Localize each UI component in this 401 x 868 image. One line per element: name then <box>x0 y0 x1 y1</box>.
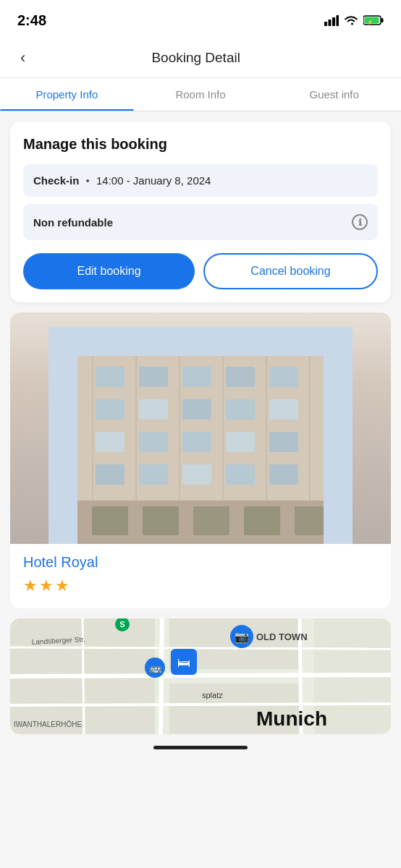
wifi-icon <box>343 14 359 26</box>
svg-rect-1 <box>329 20 332 26</box>
info-icon[interactable]: ℹ <box>352 214 368 230</box>
star-2: ★ <box>39 576 54 595</box>
svg-rect-39 <box>193 506 229 535</box>
hotel-image <box>10 312 391 544</box>
battery-icon: ⚡ <box>363 14 384 26</box>
camera-map-pin: 📷 <box>230 625 253 648</box>
signal-icon <box>324 14 339 26</box>
svg-rect-32 <box>139 464 168 485</box>
status-time: 2:48 <box>17 12 46 29</box>
svg-rect-25 <box>269 399 298 420</box>
main-content: Manage this booking Check-in • 14:00 - J… <box>0 111 401 608</box>
svg-rect-38 <box>143 506 179 535</box>
svg-rect-40 <box>244 506 280 535</box>
svg-rect-2 <box>332 17 335 26</box>
svg-rect-22 <box>139 399 168 420</box>
status-bar: 2:48 ⚡ <box>0 0 401 38</box>
status-icons: ⚡ <box>324 14 384 26</box>
back-button[interactable]: ‹ <box>14 46 31 70</box>
svg-text:S: S <box>119 620 124 629</box>
checkin-info-row: Check-in • 14:00 - January 8, 2024 <box>23 164 378 197</box>
svg-rect-3 <box>337 15 339 26</box>
checkin-time: 14:00 - January 8, 2024 <box>96 174 211 187</box>
hotel-info-section: Hotel Royal ★ ★ ★ <box>10 544 391 608</box>
metro-map-pin: 🚌 <box>145 658 165 678</box>
svg-text:⚡: ⚡ <box>367 19 373 25</box>
svg-text:OLD TOWN: OLD TOWN <box>256 631 308 642</box>
svg-rect-0 <box>324 22 327 26</box>
svg-rect-20 <box>269 367 298 387</box>
svg-rect-27 <box>139 432 168 452</box>
svg-text:📷: 📷 <box>235 630 249 644</box>
svg-line-48 <box>10 675 391 676</box>
svg-rect-28 <box>182 432 211 452</box>
tab-guest-info[interactable]: Guest info <box>267 78 401 111</box>
svg-line-49 <box>10 704 391 705</box>
svg-rect-26 <box>96 432 124 452</box>
star-3: ★ <box>55 576 69 595</box>
hotel-map-pin: 🛏 <box>171 649 197 675</box>
svg-line-51 <box>161 618 162 734</box>
svg-rect-19 <box>226 367 255 387</box>
refund-row: Non refundable ℹ <box>23 204 378 240</box>
svg-rect-16 <box>96 367 124 387</box>
hotel-stars: ★ ★ ★ <box>23 576 378 595</box>
svg-text:Munich: Munich <box>256 707 327 730</box>
cancel-booking-button[interactable]: Cancel booking <box>203 253 378 289</box>
page-title: Booking Detail <box>31 50 360 66</box>
checkin-separator: • <box>86 174 90 187</box>
map-background: Landsberger Str. OLD TOWN Munich IWANTHA… <box>10 618 391 734</box>
tabs-container: Property Info Room Info Guest info <box>0 78 401 111</box>
home-bar <box>153 746 248 749</box>
svg-text:🛏: 🛏 <box>177 655 190 670</box>
hotel-building-illustration <box>48 327 353 544</box>
svg-rect-17 <box>139 367 168 387</box>
svg-rect-33 <box>182 464 211 485</box>
manage-booking-card: Manage this booking Check-in • 14:00 - J… <box>10 122 391 302</box>
svg-rect-34 <box>226 464 255 485</box>
svg-text:IWANTHALERHÖHE: IWANTHALERHÖHE <box>14 720 82 728</box>
star-1: ★ <box>23 576 38 595</box>
edit-booking-button[interactable]: Edit booking <box>23 253 195 289</box>
svg-rect-31 <box>96 464 124 485</box>
svg-rect-5 <box>381 18 384 22</box>
home-indicator <box>0 734 401 757</box>
checkin-label: Check-in <box>33 174 79 187</box>
hotel-image-container: Hotel Royal ★ ★ ★ <box>10 312 391 608</box>
tab-property-info[interactable]: Property Info <box>0 78 134 111</box>
svg-rect-29 <box>226 432 255 452</box>
svg-rect-23 <box>182 399 211 420</box>
svg-rect-41 <box>295 506 324 535</box>
tab-room-info[interactable]: Room Info <box>134 78 268 111</box>
svg-rect-21 <box>96 399 124 420</box>
hotel-name: Hotel Royal <box>23 554 378 571</box>
refund-label: Non refundable <box>33 216 113 229</box>
svg-text:splatz: splatz <box>202 691 223 699</box>
svg-line-50 <box>10 647 391 649</box>
svg-rect-18 <box>182 367 211 387</box>
nav-header: ‹ Booking Detail <box>0 38 401 78</box>
map-section[interactable]: Landsberger Str. OLD TOWN Munich IWANTHA… <box>10 618 391 734</box>
svg-rect-35 <box>269 464 298 485</box>
svg-text:🚌: 🚌 <box>149 662 162 674</box>
manage-booking-title: Manage this booking <box>23 136 378 153</box>
svg-rect-30 <box>269 432 298 452</box>
booking-actions: Edit booking Cancel booking <box>23 253 378 289</box>
svg-rect-24 <box>226 399 255 420</box>
svg-rect-37 <box>92 506 128 535</box>
